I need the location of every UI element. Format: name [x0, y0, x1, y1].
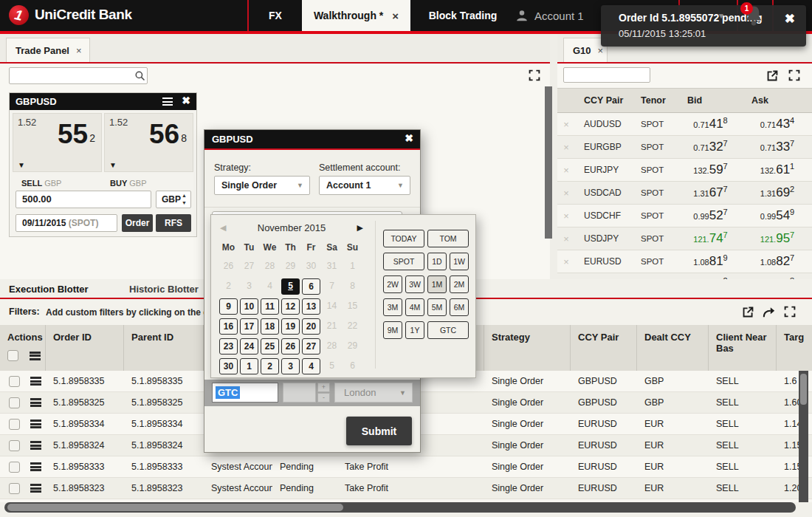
calendar-day[interactable]: 2: [261, 358, 279, 374]
tab-historic-blotter[interactable]: Historic Blotter: [129, 284, 199, 295]
row-menu-icon[interactable]: [30, 420, 41, 428]
amount-input[interactable]: 500.00: [16, 191, 151, 208]
tenor-2w-button[interactable]: 2W: [383, 275, 402, 293]
calendar-day[interactable]: 17: [240, 318, 258, 335]
order-button[interactable]: Order: [122, 214, 153, 232]
select-all-checkbox[interactable]: [7, 350, 18, 361]
menu-icon[interactable]: [30, 352, 41, 360]
remove-quote-icon[interactable]: ×: [557, 233, 575, 244]
tab-block-trading[interactable]: Block Trading: [412, 0, 514, 31]
calendar-day[interactable]: 5: [281, 278, 300, 295]
row-menu-icon[interactable]: [30, 398, 41, 407]
fullscreen-icon[interactable]: [529, 69, 540, 84]
plus-button[interactable]: +: [317, 383, 330, 392]
vertical-scrollbar[interactable]: [799, 371, 808, 502]
vertical-scrollbar[interactable]: [545, 86, 552, 239]
quote-ask-price[interactable]: 121.957: [743, 230, 812, 246]
calendar-day[interactable]: 6: [302, 278, 320, 295]
column-header-ask[interactable]: Ask: [743, 95, 812, 106]
row-checkbox[interactable]: [9, 419, 20, 430]
calendar-day[interactable]: 26: [281, 338, 300, 355]
calendar-day[interactable]: 9: [219, 298, 238, 315]
quote-bid-price[interactable]: 0.99527: [678, 208, 743, 223]
close-icon[interactable]: ×: [76, 45, 82, 56]
close-icon[interactable]: ×: [392, 10, 399, 22]
tenor-2m-button[interactable]: 2M: [450, 275, 469, 293]
quote-ask-price[interactable]: 0.71434: [743, 116, 812, 131]
remove-quote-icon[interactable]: ×: [557, 256, 575, 267]
column-header-tenor[interactable]: Tenor: [632, 95, 678, 106]
table-row[interactable]: 5.1.89583235.1.8958323Systest Account 1P…: [0, 478, 812, 499]
quote-row[interactable]: ×EURGBPSPOT0.713270.71337: [557, 136, 812, 159]
minus-button[interactable]: -: [317, 393, 330, 403]
scrollbar-thumb[interactable]: [7, 504, 343, 511]
row-checkbox[interactable]: [9, 397, 20, 408]
calendar-day[interactable]: 12: [281, 298, 300, 315]
horizontal-scrollbar[interactable]: [4, 502, 796, 513]
row-checkbox[interactable]: [9, 462, 20, 473]
tenor-today-button[interactable]: TODAY: [383, 230, 424, 247]
quote-search-input[interactable]: [563, 67, 650, 83]
row-checkbox[interactable]: [9, 440, 20, 451]
column-header[interactable]: Actions: [0, 325, 46, 371]
quote-bid-price[interactable]: 0.71327: [678, 139, 743, 154]
column-header-ccy-pair[interactable]: CCY Pair: [575, 95, 632, 106]
quote-row[interactable]: ×USDCADSPOT1.316771.31692: [557, 182, 812, 205]
quote-row[interactable]: ×EURJPYSPOT132.597132.611: [557, 159, 812, 182]
quote-ask-price[interactable]: 132.611: [743, 162, 812, 177]
fullscreen-icon[interactable]: [788, 69, 800, 84]
tenor-tom-button[interactable]: TOM: [427, 230, 469, 247]
calendar-day[interactable]: 13: [302, 298, 320, 315]
row-menu-icon[interactable]: [30, 462, 41, 471]
currency-stepper[interactable]: GBP ▲▼: [156, 191, 191, 208]
quote-row[interactable]: ×GBPUSDSPOT1.525521.52568: [557, 273, 812, 279]
tenor-gtc-button[interactable]: GTC: [427, 321, 469, 339]
tenor-1w-button[interactable]: 1W: [450, 253, 469, 270]
tenor-1d-button[interactable]: 1D: [427, 253, 447, 270]
tenor-4m-button[interactable]: 4M: [405, 298, 424, 316]
calendar-day[interactable]: 16: [219, 318, 238, 335]
quote-ask-price[interactable]: 0.71337: [743, 139, 812, 154]
widget-header[interactable]: GBPUSD ✖: [10, 93, 196, 110]
tenor-3w-button[interactable]: 3W: [405, 275, 424, 293]
account-menu[interactable]: Account 1: [515, 0, 584, 31]
row-checkbox[interactable]: [9, 376, 20, 387]
calendar-day[interactable]: 3: [281, 358, 300, 374]
table-row[interactable]: 5.1.89583335.1.8958333Systest Account 1P…: [0, 456, 812, 478]
close-icon[interactable]: ✖: [785, 11, 795, 27]
calendar-day[interactable]: 18: [261, 318, 279, 335]
tab-walkthrough[interactable]: Walkthrough * ×: [302, 0, 410, 31]
strategy-select[interactable]: Single Order ▼: [214, 176, 310, 195]
instrument-search-input[interactable]: [9, 67, 148, 84]
notification-toast[interactable]: Order Id 5.1.8955072 pending 05/11/2015 …: [601, 5, 806, 47]
scrollbar-thumb[interactable]: [800, 374, 807, 405]
column-header[interactable]: CCY Pair: [571, 325, 637, 371]
fullscreen-icon[interactable]: [784, 306, 796, 321]
tenor-spot-button[interactable]: SPOT: [383, 253, 424, 270]
rfs-button[interactable]: RFS: [156, 214, 191, 232]
tenor-9m-button[interactable]: 9M: [383, 321, 402, 339]
quote-row[interactable]: ×EURUSDSPOT1.088191.08827: [557, 250, 812, 273]
next-month-icon[interactable]: ▶: [357, 223, 363, 233]
calendar-day[interactable]: 19: [281, 318, 300, 335]
column-header[interactable]: Client Near Bas: [709, 325, 777, 371]
calendar-day[interactable]: 27: [302, 338, 320, 355]
remove-quote-icon[interactable]: ×: [557, 188, 575, 199]
quote-ask-price[interactable]: 1.08827: [743, 253, 812, 269]
previous-month-icon[interactable]: ◀: [220, 223, 226, 233]
quote-bid-price[interactable]: 121.747: [678, 230, 743, 246]
calendar-day[interactable]: 23: [219, 338, 238, 355]
column-header[interactable]: Order ID: [46, 325, 124, 371]
calendar-day[interactable]: 1: [240, 358, 258, 374]
column-header[interactable]: Targ: [777, 325, 812, 371]
tenor-5m-button[interactable]: 5M: [427, 298, 447, 316]
calendar-day[interactable]: 4: [302, 358, 320, 374]
quote-bid-price[interactable]: 132.597: [678, 162, 743, 177]
row-menu-icon[interactable]: [30, 441, 41, 450]
pop-out-icon[interactable]: [742, 306, 754, 321]
close-icon[interactable]: ✖: [182, 95, 190, 106]
submit-button[interactable]: Submit: [346, 417, 412, 445]
tab-fx[interactable]: FX: [249, 0, 302, 31]
calendar-day[interactable]: 24: [240, 338, 258, 355]
quote-ask-price[interactable]: 0.99549: [743, 208, 812, 223]
